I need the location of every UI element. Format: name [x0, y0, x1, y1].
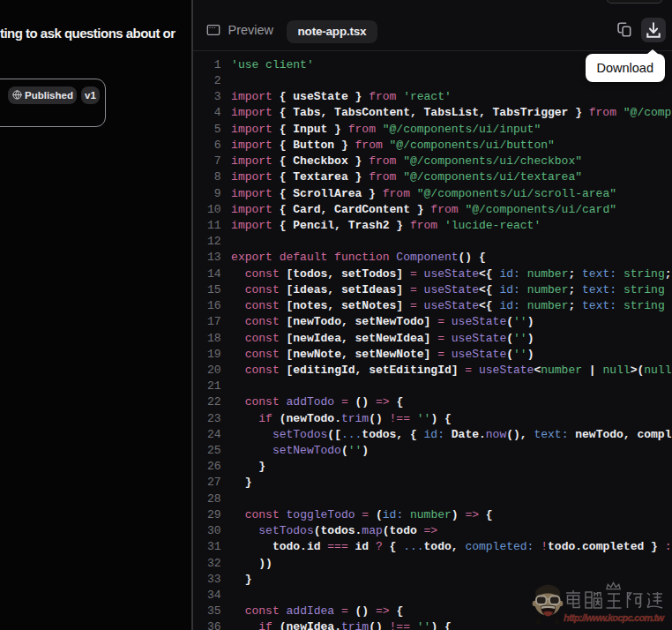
svg-text:http://www.kocpc.com.tw: http://www.kocpc.com.tw — [564, 612, 665, 623]
